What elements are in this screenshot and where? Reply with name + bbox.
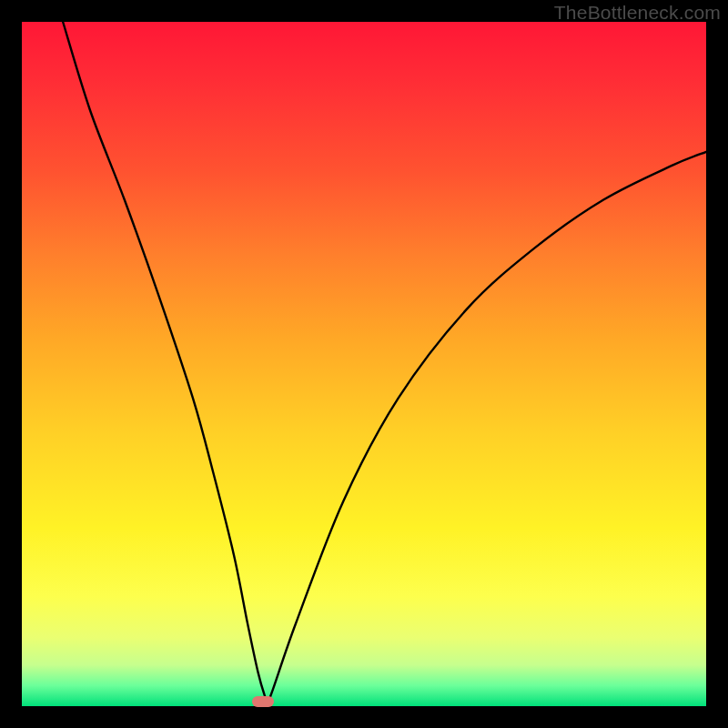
optimal-point-marker <box>252 696 274 707</box>
bottleneck-curve <box>22 22 706 706</box>
chart-plot-area <box>22 22 706 706</box>
watermark-text: TheBottleneck.com <box>554 2 721 24</box>
